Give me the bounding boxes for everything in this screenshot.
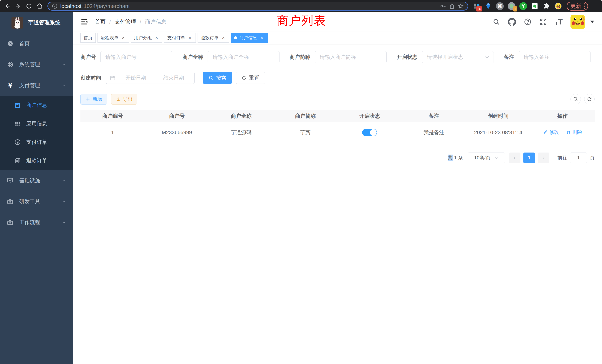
chevron-left-icon <box>513 156 517 160</box>
extension-grid-icon[interactable]: 10 <box>472 2 481 10</box>
date-end-placeholder[interactable]: 结束日期 <box>157 74 190 81</box>
briefcase-icon <box>7 219 14 226</box>
add-button[interactable]: 新增 <box>80 94 107 105</box>
extension-kite-icon[interactable] <box>484 2 493 10</box>
remark-label: 备注 <box>504 54 514 61</box>
avatar-caret-icon[interactable] <box>590 21 594 23</box>
tab-pay-order[interactable]: 支付订单 × <box>164 33 196 43</box>
sidebar-item-refund-order[interactable]: 退款订单 <box>0 151 73 170</box>
github-icon[interactable] <box>508 18 516 26</box>
cell-actions: 修改 删除 <box>530 122 595 143</box>
chevron-down-icon <box>62 178 66 183</box>
fullscreen-icon[interactable] <box>539 18 547 26</box>
reset-button[interactable]: 重置 <box>236 72 265 84</box>
close-icon[interactable]: × <box>154 35 159 40</box>
cell-merchant-no: M233666999 <box>145 122 209 143</box>
tab-merchant-info[interactable]: 商户信息 × <box>231 33 268 43</box>
app-logo <box>11 17 23 29</box>
sidebar-item-merchant-info[interactable]: 商户信息 <box>0 96 73 114</box>
status-toggle[interactable] <box>362 129 377 136</box>
search-icon[interactable] <box>493 18 500 26</box>
extension-notes-icon[interactable] <box>531 2 539 10</box>
back-icon <box>4 3 11 9</box>
extension-emoji-icon[interactable] <box>554 2 562 10</box>
help-icon[interactable] <box>524 18 532 26</box>
status-label: 开启状态 <box>397 54 417 61</box>
extension-recorder-icon[interactable]: 1 <box>507 2 516 10</box>
close-icon[interactable]: × <box>259 35 265 40</box>
page-size-select[interactable]: 10条/页 <box>468 152 505 163</box>
app-title: 芋道管理系统 <box>28 19 60 26</box>
breadcrumb-section[interactable]: 支付管理 <box>115 18 136 26</box>
browser-home-button[interactable] <box>35 1 44 11</box>
browser-back-button[interactable] <box>3 1 12 11</box>
prev-page-button[interactable] <box>509 152 520 163</box>
sidebar-item-infrastructure[interactable]: 基础设施 <box>0 170 73 191</box>
merchant-name-input[interactable] <box>208 51 280 63</box>
sidebar-item-label: 系统管理 <box>19 61 56 68</box>
browser-reload-button[interactable] <box>24 1 34 11</box>
topbar-actions: TT <box>493 15 594 29</box>
address-bar[interactable]: localhost:1024/pay/merchant <box>47 2 468 11</box>
col-actions: 操作 <box>530 110 595 122</box>
edit-button[interactable]: 修改 <box>543 129 559 136</box>
sidebar-item-workflow[interactable]: 工作流程 <box>0 212 73 233</box>
remark-input[interactable] <box>519 51 591 63</box>
export-button[interactable]: 导出 <box>111 94 137 105</box>
sidebar-item-label: 研发工具 <box>19 198 56 205</box>
sidebar-item-system[interactable]: 系统管理 <box>0 54 73 75</box>
extensions-puzzle-icon[interactable] <box>542 2 551 10</box>
search-button[interactable]: 搜索 <box>203 72 232 84</box>
extension-y-icon[interactable]: Y <box>519 2 527 10</box>
date-start-placeholder[interactable]: 开始日期 <box>119 74 152 81</box>
refresh-table-button[interactable] <box>584 94 595 104</box>
status-select[interactable] <box>422 51 494 63</box>
breadcrumb-home[interactable]: 首页 <box>95 18 106 26</box>
sidebar-item-home[interactable]: 首页 <box>0 33 73 54</box>
close-icon[interactable]: × <box>121 35 126 40</box>
pagination-total: 共 1 条 <box>448 155 463 161</box>
sidebar-item-payment[interactable]: ¥ 支付管理 <box>0 75 73 96</box>
plus-icon <box>86 97 90 102</box>
merchant-short-input[interactable] <box>315 51 387 63</box>
next-page-button[interactable] <box>538 152 549 163</box>
tab-home[interactable]: 首页 <box>80 33 96 43</box>
page-content: 商户号 商户全称 商户简称 开启状态 <box>73 44 602 163</box>
site-info-icon[interactable] <box>52 3 58 9</box>
sidebar-logo-row[interactable]: 芋道管理系统 <box>0 12 73 33</box>
sidebar-item-dev-tools[interactable]: 研发工具 <box>0 191 73 212</box>
table-row: 1 M233666999 芋道源码 芋艿 我是备注 2021-10-23 08:… <box>80 122 595 143</box>
close-icon[interactable]: × <box>187 35 193 40</box>
trash-icon <box>566 130 571 135</box>
tab-user-group[interactable]: 用户分组 × <box>131 33 162 43</box>
sidebar-item-label: 退款订单 <box>26 157 66 164</box>
refresh-icon <box>241 75 247 80</box>
extension-command-icon[interactable]: ⌘ <box>496 2 504 10</box>
tab-process-form[interactable]: 流程表单 × <box>97 33 129 43</box>
sidebar-item-label: 基础设施 <box>19 177 56 184</box>
close-icon[interactable]: × <box>221 35 226 40</box>
yen-circle-icon <box>14 139 21 146</box>
user-avatar[interactable] <box>570 15 585 29</box>
chevron-down-icon <box>62 62 66 67</box>
tab-refund-order[interactable]: 退款订单 × <box>198 33 229 43</box>
share-icon[interactable] <box>449 3 455 9</box>
document-copy-icon <box>14 157 21 164</box>
sidebar-item-pay-order[interactable]: 支付订单 <box>0 133 73 151</box>
browser-menu-icon[interactable] <box>584 3 585 9</box>
font-size-icon[interactable]: TT <box>555 18 563 26</box>
sidebar-toggle-icon[interactable] <box>80 18 88 26</box>
cell-status <box>337 122 402 143</box>
bookmark-star-icon[interactable] <box>458 3 464 9</box>
page-number-button[interactable]: 1 <box>523 152 535 163</box>
password-key-icon[interactable] <box>440 3 446 9</box>
create-time-label: 创建时间 <box>80 74 101 81</box>
merchant-no-input[interactable] <box>100 51 172 63</box>
show-search-toggle-button[interactable] <box>570 94 581 104</box>
date-range-picker[interactable]: 开始日期 - 结束日期 <box>106 72 195 84</box>
browser-update-button[interactable]: 更新 <box>567 2 588 11</box>
sidebar-item-app-info[interactable]: 应用信息 <box>0 114 73 133</box>
goto-page-input[interactable] <box>570 152 587 163</box>
browser-forward-button[interactable] <box>13 1 23 11</box>
delete-button[interactable]: 删除 <box>566 129 582 136</box>
